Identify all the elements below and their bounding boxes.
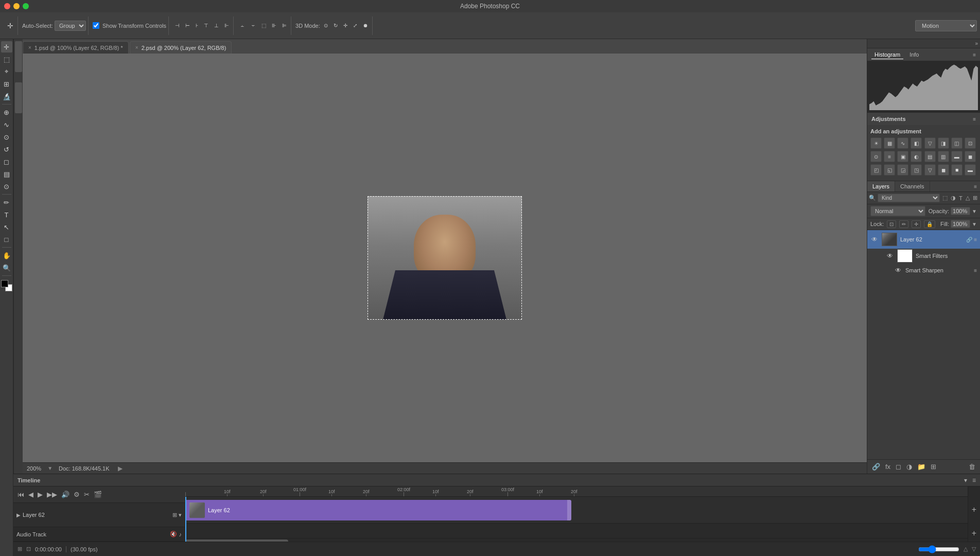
tool-gradient[interactable]: ▤	[1, 168, 12, 180]
hue-sat-btn[interactable]: ◨	[938, 137, 949, 149]
tl-zoom-out-btn[interactable]: △	[964, 546, 968, 552]
panel-resize-btn-2[interactable]	[15, 82, 22, 113]
lock-all-btn[interactable]: 🔒	[924, 220, 935, 228]
threed-pan-btn[interactable]: ✛	[341, 21, 349, 30]
tl-play-btn[interactable]: ▶	[37, 490, 44, 499]
opacity-arrow-btn[interactable]: ▼	[972, 208, 977, 214]
blend-mode-select[interactable]: Normal Multiply Screen Overlay	[870, 206, 925, 216]
add-video-track-btn[interactable]: +	[968, 505, 980, 514]
smart-sharpen-options-btn[interactable]: ≡	[974, 268, 977, 273]
adj-extra-5[interactable]: ▽	[924, 164, 936, 176]
auto-select-dropdown[interactable]: Group Layer	[55, 21, 86, 31]
curves-btn[interactable]: ∿	[897, 137, 908, 149]
tool-type[interactable]: T	[1, 209, 12, 220]
tl-render-btn[interactable]: ⊡	[26, 546, 31, 552]
color-lookup-btn[interactable]: ▣	[897, 151, 908, 162]
panel-resize-btn[interactable]	[15, 41, 22, 72]
tl-audio-btn[interactable]: 🔊	[60, 490, 71, 499]
tool-move[interactable]: ✛	[1, 41, 12, 53]
photo-filter-btn[interactable]: ⊙	[870, 151, 882, 162]
tool-select-rect[interactable]: ⬚	[1, 54, 12, 65]
color-balance-btn[interactable]: ◫	[951, 137, 962, 149]
tool-path-selection[interactable]: ↖	[1, 221, 12, 233]
exposure-btn[interactable]: ◧	[911, 137, 922, 149]
tool-crop[interactable]: ⊞	[1, 78, 12, 90]
timeline-collapse-btn[interactable]: ▾	[964, 477, 967, 484]
motion-dropdown[interactable]: Motion Essentials Painting	[915, 20, 977, 31]
track-show-hide-btn[interactable]: ⊞	[172, 512, 177, 518]
tl-transition-btn[interactable]: 🎬	[93, 490, 103, 499]
adj-extra-7[interactable]: ◽	[951, 164, 962, 176]
play-btn[interactable]: ▶	[118, 465, 122, 472]
filter-shape-btn[interactable]: △	[965, 194, 971, 202]
smart-filters-item[interactable]: 👁 Smart Filters	[867, 249, 980, 263]
layers-tab-channels[interactable]: Channels	[895, 181, 930, 192]
dist-left-btn[interactable]: ⊪	[270, 21, 278, 30]
smart-sharpen-visibility[interactable]: 👁	[894, 266, 902, 274]
align-bottom-btn[interactable]: ⊩	[222, 21, 231, 30]
filter-smart-btn[interactable]: ⊞	[972, 194, 978, 202]
adj-extra-1[interactable]: ◰	[870, 164, 882, 176]
adj-extra-3[interactable]: ◲	[897, 164, 908, 176]
histogram-options-btn[interactable]: ≡	[973, 52, 976, 58]
levels-btn[interactable]: ▦	[884, 137, 895, 149]
layer-62-link-btn[interactable]: 🔗	[966, 237, 972, 242]
tool-shape[interactable]: □	[1, 234, 12, 245]
align-middle-v-btn[interactable]: ⊥	[212, 21, 221, 30]
tl-split-btn[interactable]: ✂	[83, 490, 91, 499]
tl-next-frame-btn[interactable]: ▶▶	[46, 490, 58, 499]
tl-prev-frame-btn[interactable]: ◀	[27, 490, 34, 499]
timeline-options-btn[interactable]: ≡	[972, 477, 976, 484]
layer-62-visibility[interactable]: 👁	[870, 235, 879, 244]
close-icon-tab2[interactable]: ×	[135, 45, 138, 50]
adj-extra-6[interactable]: ◼	[938, 164, 949, 176]
zoom-slider[interactable]	[918, 545, 959, 553]
adjustment-layer-btn[interactable]: ◑	[905, 462, 914, 472]
layer-62-options-btn[interactable]: ≡	[974, 237, 977, 242]
layers-options-btn[interactable]: ≡	[971, 181, 980, 192]
adj-extra-8[interactable]: ▬	[965, 164, 976, 176]
track-options-btn[interactable]: ▾	[179, 512, 182, 518]
opacity-input[interactable]: 100%	[951, 207, 970, 215]
foreground-color-box[interactable]	[1, 280, 8, 287]
dist-right-btn[interactable]: ⊫	[280, 21, 289, 30]
adj-extra-2[interactable]: ◱	[884, 164, 895, 176]
tool-eraser[interactable]: ◻	[1, 156, 12, 167]
audio-note-btn[interactable]: ♪	[179, 531, 182, 537]
zoom-menu-btn[interactable]: ▼	[47, 465, 52, 471]
clip-end-handle[interactable]	[567, 500, 571, 520]
minimize-button[interactable]	[13, 3, 20, 9]
adj-extra-4[interactable]: ◳	[911, 164, 922, 176]
move-tool-btn[interactable]: ✛	[5, 20, 15, 31]
filter-kind-select[interactable]: Kind Name Effect	[878, 194, 940, 202]
tool-dodge[interactable]: ⊙	[1, 181, 12, 192]
threed-roll-btn[interactable]: ↻	[331, 21, 340, 30]
tool-history-brush[interactable]: ↺	[1, 144, 12, 155]
audio-mute-btn[interactable]: 🔇	[170, 531, 177, 537]
threed-scale-btn[interactable]: ⏺	[361, 21, 370, 30]
maximize-button[interactable]	[23, 3, 29, 9]
tl-zoom-in-btn[interactable]: ▽	[972, 546, 976, 552]
delete-layer-btn[interactable]: 🗑	[967, 462, 977, 472]
lock-position-btn[interactable]: ✛	[912, 220, 921, 228]
filter-pixel-btn[interactable]: ⬚	[941, 194, 949, 202]
tl-loop-btn[interactable]: ⊞	[18, 546, 22, 552]
window-controls[interactable]	[4, 3, 29, 9]
smart-filters-visibility[interactable]: 👁	[886, 252, 894, 260]
bw-btn[interactable]: ⊡	[965, 137, 976, 149]
new-group-btn[interactable]: 📁	[916, 462, 927, 472]
align-top-btn[interactable]: ⊤	[202, 21, 211, 30]
collapse-right-panel-btn[interactable]: »	[975, 41, 978, 46]
add-audio-track-btn[interactable]: +	[968, 529, 980, 538]
tool-hand[interactable]: ✋	[1, 250, 12, 261]
track-expand-btn[interactable]: ▶	[16, 512, 21, 518]
layer-styles-btn[interactable]: fx	[884, 462, 892, 472]
tl-go-start-btn[interactable]: ⏮	[16, 490, 25, 499]
align-left-btn[interactable]: ⊣	[173, 21, 182, 30]
tool-zoom[interactable]: 🔍	[1, 262, 12, 273]
threed-slide-btn[interactable]: ⤢	[351, 21, 359, 30]
gradient-map-btn[interactable]: ▬	[951, 151, 962, 162]
close-button[interactable]	[4, 3, 10, 9]
channel-mixer-btn[interactable]: ≡	[884, 151, 895, 162]
timeline-clip-62[interactable]: Layer 62	[185, 500, 571, 520]
